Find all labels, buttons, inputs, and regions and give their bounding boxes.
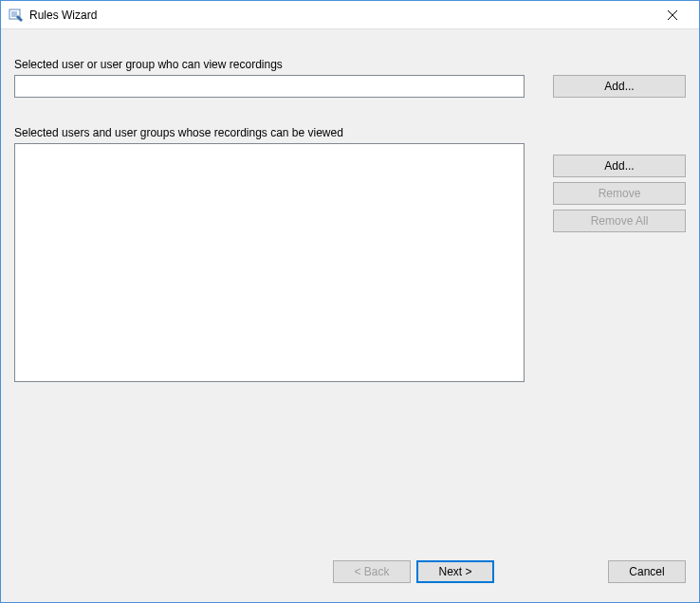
- wizard-footer: < Back Next > Cancel: [14, 560, 686, 585]
- add-viewer-button[interactable]: Add...: [553, 75, 686, 98]
- add-recorded-user-button[interactable]: Add...: [553, 155, 686, 177]
- cancel-button[interactable]: Cancel: [608, 560, 686, 583]
- recorded-users-label: Selected users and user groups whose rec…: [14, 126, 343, 139]
- remove-all-button: Remove All: [553, 210, 686, 232]
- close-button[interactable]: [654, 2, 691, 28]
- viewer-label: Selected user or user group who can view…: [14, 58, 686, 71]
- rules-wizard-icon: [9, 8, 24, 23]
- content-area: Selected user or user group who can view…: [1, 29, 699, 602]
- rules-wizard-window: Rules Wizard Selected user or user group…: [0, 0, 700, 603]
- next-button[interactable]: Next >: [416, 560, 494, 583]
- window-title: Rules Wizard: [29, 9, 654, 22]
- remove-button: Remove: [553, 182, 686, 205]
- listbox-buttons: Add... Remove Remove All: [553, 155, 686, 232]
- back-button: < Back: [333, 560, 411, 583]
- recorded-users-listbox[interactable]: [14, 143, 525, 382]
- viewer-input[interactable]: [14, 75, 525, 98]
- titlebar: Rules Wizard: [1, 1, 699, 29]
- close-icon: [668, 10, 677, 20]
